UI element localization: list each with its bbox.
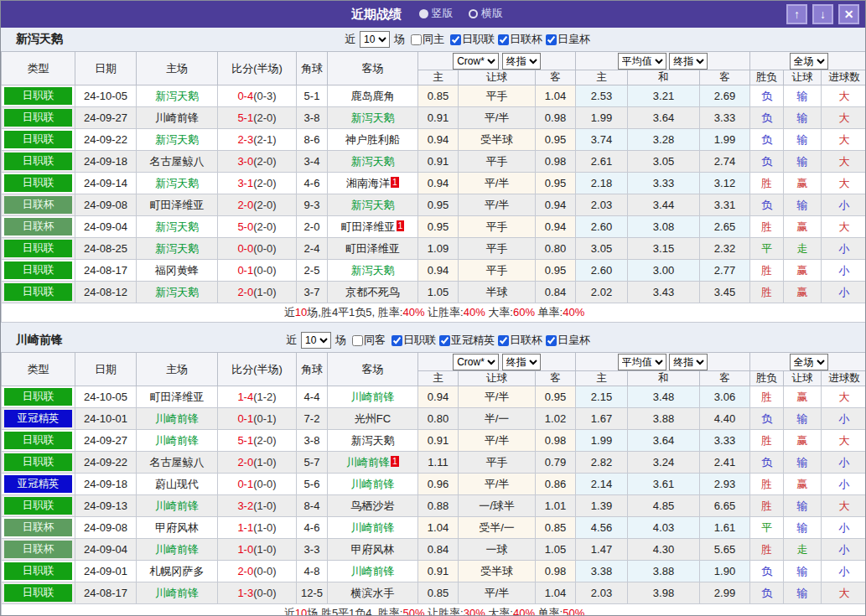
- odds-cell: 0.91: [418, 151, 459, 173]
- result-cell: 小: [822, 282, 866, 303]
- average-odds-cell: 4.03: [628, 517, 700, 539]
- result-cell: 走: [784, 539, 822, 561]
- fulltime-score: 0-4: [237, 90, 253, 102]
- corner-cell: 2-0: [297, 216, 328, 238]
- odds-cell: 一/球半: [459, 495, 536, 517]
- average-odds-cell: 3.43: [628, 282, 700, 303]
- same-venue-filter[interactable]: 同客: [352, 333, 386, 348]
- competition-badge: 日职联: [4, 240, 72, 257]
- corner-cell: 5-6: [297, 474, 328, 495]
- col-home: 主场: [137, 52, 218, 85]
- result-cell: 小: [822, 194, 866, 216]
- competition-filter[interactable]: 日职联: [450, 32, 495, 47]
- fulltime-score: 2-0: [237, 456, 253, 468]
- average-odds-cell: 3.31: [700, 194, 750, 216]
- match-row: 日职联24-09-22新泻天鹅2-3(2-1)8-6神户胜利船0.94受半球0.…: [2, 129, 866, 151]
- home-team-cell: 川崎前锋: [137, 582, 218, 604]
- competition-checkbox[interactable]: [498, 34, 509, 45]
- competition-checkbox[interactable]: [450, 34, 461, 45]
- away-team-name: 鸟栖沙岩: [351, 500, 395, 512]
- away-team-cell: 新泻天鹅: [328, 430, 418, 452]
- layout-radio-vertical[interactable]: 竖版: [419, 6, 454, 21]
- sub-avg-draw: 和: [628, 371, 700, 386]
- competition-checkbox[interactable]: [439, 335, 450, 346]
- odds-cell: 平/半: [459, 430, 536, 452]
- col-away: 客场: [328, 353, 418, 386]
- odds-company-select[interactable]: Crow*: [453, 354, 499, 370]
- fulltime-score: 5-1: [237, 434, 253, 447]
- same-venue-checkbox[interactable]: [411, 34, 422, 45]
- team-filter-bar: 新泻天鹅 近 10 场 同主 日职联日联杯日皇杯: [1, 28, 865, 51]
- match-row: 日职联24-10-05町田泽维亚1-4(1-2)4-4川崎前锋0.94平/半0.…: [2, 386, 866, 408]
- competition-filter[interactable]: 日联杯: [498, 32, 542, 47]
- result-cell: 赢: [784, 173, 822, 194]
- competition-checkbox[interactable]: [546, 335, 557, 346]
- away-team-name: 甲府风林: [351, 543, 395, 556]
- competition-cell: 日职联: [2, 173, 75, 194]
- competition-filter[interactable]: 日联杯: [498, 333, 542, 348]
- result-cell: 胜: [750, 216, 784, 238]
- odds-cell: 0.91: [418, 430, 459, 452]
- competition-badge: 日职联: [4, 109, 72, 127]
- score-cell: 3-0(2-0): [218, 151, 297, 173]
- average-time-select[interactable]: 终指: [669, 354, 708, 370]
- sub-away-odds: 客: [536, 70, 576, 85]
- result-cell: 大: [822, 129, 866, 151]
- average-odds-cell: 2.53: [576, 85, 628, 107]
- col-corner: 角球: [297, 353, 328, 386]
- sub-goals: 进球数: [822, 70, 866, 85]
- layout-radio-horizontal[interactable]: 横版: [469, 6, 503, 21]
- match-scope-select[interactable]: 全场: [790, 354, 828, 370]
- close-button[interactable]: ✕: [838, 4, 859, 24]
- competition-cell: 日职联: [2, 129, 75, 151]
- match-scope-select[interactable]: 全场: [790, 53, 828, 70]
- odds-time-select[interactable]: 终指: [502, 53, 541, 70]
- average-odds-cell: 2.60: [576, 260, 628, 282]
- competition-filter[interactable]: 日皇杯: [546, 333, 590, 348]
- move-down-button[interactable]: ↓: [812, 4, 833, 24]
- halftime-score: (2-0): [253, 220, 276, 233]
- away-team-cell: 町田泽维亚1: [328, 216, 418, 238]
- match-count-select[interactable]: 10: [301, 332, 331, 349]
- move-up-button[interactable]: ↑: [786, 4, 807, 24]
- average-select[interactable]: 平均值: [618, 354, 666, 370]
- result-cell: 赢: [784, 430, 822, 452]
- summary-text: 场,胜4平1负5, 胜率:: [307, 306, 402, 318]
- sub-avg-draw: 和: [628, 70, 700, 85]
- competition-checkbox[interactable]: [392, 335, 402, 346]
- odds-company-select[interactable]: Crow*: [453, 53, 499, 70]
- average-select[interactable]: 平均值: [618, 53, 666, 70]
- same-venue-checkbox[interactable]: [352, 335, 363, 346]
- filter-controls: 近 10 场 同客 日职联亚冠精英日联杯日皇杯: [286, 332, 590, 349]
- corner-cell: 5-7: [297, 452, 328, 474]
- score-cell: 5-1(2-0): [218, 107, 297, 129]
- table-body: 日职联24-10-05新泻天鹅0-4(0-3)5-1鹿岛鹿角0.85平手1.04…: [2, 85, 866, 303]
- sub-handicap: 让球: [459, 70, 536, 85]
- corner-cell: 2-4: [297, 238, 328, 260]
- odds-cell: 0.98: [536, 151, 576, 173]
- competition-cell: 亚冠精英: [2, 474, 75, 495]
- competition-filter[interactable]: 亚冠精英: [439, 333, 495, 348]
- score-cell: 0-1(0-0): [218, 260, 297, 282]
- away-team-cell: 鹿岛鹿角: [328, 85, 418, 107]
- average-odds-cell: 3.64: [628, 430, 700, 452]
- competition-checkbox[interactable]: [498, 335, 509, 346]
- home-team-cell: 町田泽维亚: [137, 386, 218, 408]
- corner-cell: 3-3: [297, 539, 328, 561]
- match-count-select[interactable]: 10: [360, 31, 390, 48]
- away-team-name: 京都不死鸟: [345, 286, 400, 298]
- col-corner: 角球: [297, 52, 328, 85]
- odds-cell: 0.94: [418, 173, 459, 194]
- col-score: 比分(半场): [218, 353, 297, 386]
- same-venue-filter[interactable]: 同主: [411, 32, 444, 47]
- odds-time-select[interactable]: 终指: [502, 354, 541, 370]
- competition-filter[interactable]: 日职联: [392, 333, 436, 348]
- average-odds-cell: 1.99: [576, 107, 628, 129]
- average-time-select[interactable]: 终指: [669, 53, 708, 70]
- date-cell: 24-10-05: [75, 386, 137, 408]
- competition-checkbox[interactable]: [546, 34, 557, 45]
- home-team-cell: 川崎前锋: [137, 539, 218, 561]
- home-team-name: 川崎前锋: [155, 111, 199, 124]
- average-odds-cell: 3.00: [628, 260, 700, 282]
- competition-filter[interactable]: 日皇杯: [546, 32, 590, 47]
